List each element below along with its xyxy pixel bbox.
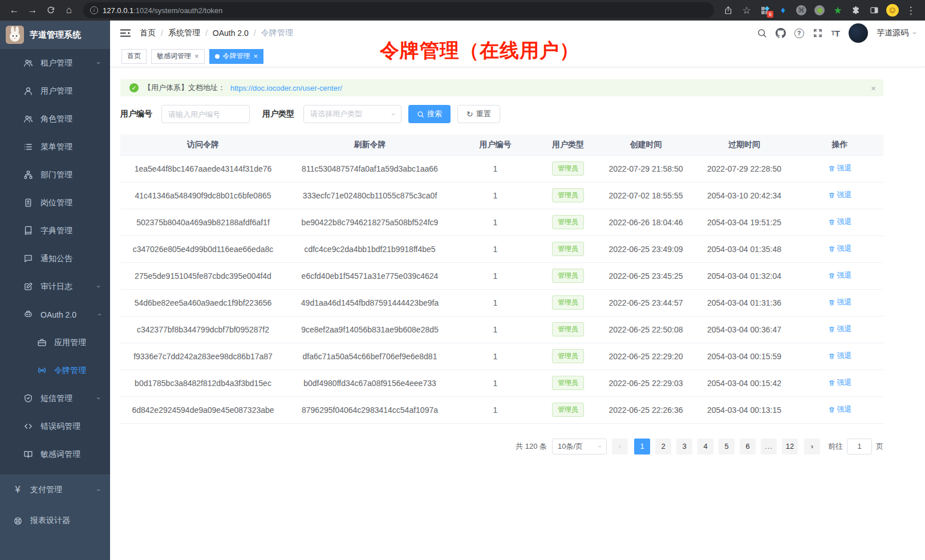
browser-reload-icon[interactable] <box>42 2 59 18</box>
create-time-cell: 2022-06-25 23:49:09 <box>599 236 692 262</box>
breadcrumb-system[interactable]: 系统管理 <box>168 28 200 38</box>
sidebar-item-label: 租户管理 <box>40 58 72 68</box>
extension-tabs-icon[interactable]: 9 <box>756 2 773 18</box>
sidebar-item-oauth2-token[interactable]: 令牌管理 <box>0 356 110 384</box>
column-header: 用户编号 <box>454 135 537 155</box>
trash-icon <box>828 218 835 226</box>
force-logout-button[interactable]: 强退 <box>828 351 852 361</box>
sidebar-item-role[interactable]: 角色管理 <box>0 105 110 133</box>
help-icon[interactable]: ? <box>794 29 804 38</box>
close-icon[interactable]: × <box>194 52 199 60</box>
user-type-select[interactable]: 请选择用户类型 › <box>303 105 401 123</box>
refresh-token-cell: e6cfd40eb1f54571a31e775e039c4624 <box>286 262 454 289</box>
page-button-2[interactable]: 2 <box>655 439 671 455</box>
sidebar-item-oauth2-app[interactable]: 应用管理 <box>0 328 110 356</box>
page-button-12[interactable]: 12 <box>782 439 798 455</box>
site-info-icon[interactable]: i <box>90 6 98 14</box>
sidebar-item-errorcode[interactable]: 错误码管理 <box>0 412 110 440</box>
gem-extension-icon[interactable]: ♦ <box>774 2 792 18</box>
breadcrumb-oauth2[interactable]: OAuth 2.0 <box>213 29 249 38</box>
page-size-select[interactable]: 10条/页 › <box>552 439 607 455</box>
table-row: 1ea5e44f8bc1467aaede43144f31de76811c5304… <box>120 155 883 182</box>
fullscreen-icon[interactable] <box>813 28 823 38</box>
action-cell: 强退 <box>796 209 883 236</box>
page-button-4[interactable]: 4 <box>697 439 713 455</box>
sidebar-item-report[interactable]: 报表设计器 <box>0 505 110 536</box>
font-size-icon[interactable]: TT <box>831 29 840 38</box>
expire-time-cell: 2054-03-04 01:32:04 <box>692 262 796 289</box>
command-extension-icon[interactable]: ⌘ <box>793 2 810 18</box>
force-logout-button[interactable]: 强退 <box>828 244 852 254</box>
tag-token-active[interactable]: 令牌管理 × <box>209 49 264 64</box>
sidebar-item-notice[interactable]: 通知公告 <box>0 245 110 273</box>
page-button-6[interactable]: 6 <box>740 439 756 455</box>
force-logout-button[interactable]: 强退 <box>828 217 852 227</box>
browser-forward-icon[interactable]: → <box>24 2 41 18</box>
sidebar-item-sms[interactable]: 短信管理› <box>0 384 110 412</box>
sidebar-item-dict[interactable]: 字典管理 <box>0 217 110 245</box>
next-page-button[interactable]: › <box>804 439 820 455</box>
total-count: 共 120 条 <box>516 441 547 452</box>
force-logout-button[interactable]: 强退 <box>828 378 852 388</box>
expire-time-cell: 2054-03-04 01:35:48 <box>692 236 796 262</box>
bookmark-star-icon[interactable]: ☆ <box>738 2 755 18</box>
browser-home-icon[interactable]: ⌂ <box>60 2 78 18</box>
refresh-token-cell: b0df4980ffd34c67a08f9156e4eee733 <box>286 370 454 396</box>
user-avatar[interactable] <box>849 23 868 43</box>
sidebar-item-dept[interactable]: 部门管理 <box>0 161 110 189</box>
search-icon[interactable] <box>757 28 767 38</box>
sidebar-item-oauth2[interactable]: OAuth 2.0› <box>0 301 110 328</box>
users-icon <box>23 114 33 124</box>
sidebar-item-audit-log[interactable]: 审计日志› <box>0 273 110 301</box>
github-icon[interactable] <box>776 28 786 38</box>
page-button-3[interactable]: 3 <box>676 439 692 455</box>
app-logo[interactable]: 芋道管理系统 <box>0 21 110 49</box>
reset-button[interactable]: ↻ 重置 <box>457 105 500 123</box>
chevron-down-icon: › <box>389 113 397 115</box>
browser-menu-icon[interactable]: ⋮ <box>902 2 919 18</box>
collapse-menu-icon[interactable] <box>119 27 132 39</box>
browser-back-icon[interactable]: ← <box>6 2 23 18</box>
profile-avatar-icon[interactable]: ☺ <box>884 2 901 18</box>
sidebar-item-user[interactable]: 用户管理 <box>0 77 110 105</box>
sidebar-item-sensitive[interactable]: 敏感词管理 <box>0 440 110 468</box>
address-bar[interactable]: i 127.0.0.1:1024/system/oauth2/token <box>83 2 714 18</box>
puzzle-extensions-icon[interactable] <box>847 2 865 18</box>
force-logout-button[interactable]: 强退 <box>828 190 852 200</box>
briefcase-icon <box>36 338 47 347</box>
pagination: 共 120 条 10条/页 › ‹ 123456...12 › 前往 页 <box>120 439 883 455</box>
search-button[interactable]: 搜索 <box>408 105 451 123</box>
share-icon[interactable] <box>720 2 737 18</box>
more-pages-button[interactable]: ... <box>761 439 777 455</box>
breadcrumb-home[interactable]: 首页 <box>140 28 156 38</box>
recorder-extension-icon[interactable] <box>811 2 828 18</box>
sidebar-item-tenant[interactable]: 租户管理› <box>0 49 110 77</box>
page-button-1[interactable]: 1 <box>634 439 650 455</box>
force-logout-button[interactable]: 强退 <box>828 404 852 415</box>
caret-down-icon[interactable]: › <box>911 32 919 34</box>
force-logout-button[interactable]: 强退 <box>828 297 852 307</box>
user-id-input[interactable] <box>161 105 250 123</box>
close-icon[interactable]: × <box>871 83 876 93</box>
sidebar-item-pay[interactable]: ¥支付管理› <box>0 474 110 505</box>
green-star-extension-icon[interactable]: ★ <box>829 2 846 18</box>
user-type-cell: 管理员 <box>537 343 599 370</box>
tag-sensitive-word[interactable]: 敏感词管理 × <box>151 49 205 64</box>
page-button-5[interactable]: 5 <box>719 439 735 455</box>
refresh-token-cell: 811c530487574fa0af1a59d3abc1aa66 <box>286 155 454 182</box>
sidebar-item-menu[interactable]: 菜单管理 <box>0 133 110 161</box>
sidebar-item-post[interactable]: 岗位管理 <box>0 189 110 217</box>
force-logout-button[interactable]: 强退 <box>828 324 852 334</box>
close-icon[interactable]: × <box>254 52 258 60</box>
force-logout-button[interactable]: 强退 <box>828 163 852 173</box>
tag-home[interactable]: 首页 <box>121 49 147 64</box>
prev-page-button[interactable]: ‹ <box>612 439 628 455</box>
side-panel-icon[interactable] <box>866 2 883 18</box>
force-logout-button[interactable]: 强退 <box>828 270 852 281</box>
goto-page-input[interactable] <box>847 439 872 455</box>
create-time-cell: 2022-06-25 23:44:57 <box>599 289 692 316</box>
doc-link[interactable]: https://doc.iocoder.cn/user-center/ <box>230 84 342 92</box>
username[interactable]: 芋道源码 <box>877 28 908 38</box>
user-id-cell: 1 <box>454 155 537 182</box>
trash-icon <box>828 379 835 387</box>
